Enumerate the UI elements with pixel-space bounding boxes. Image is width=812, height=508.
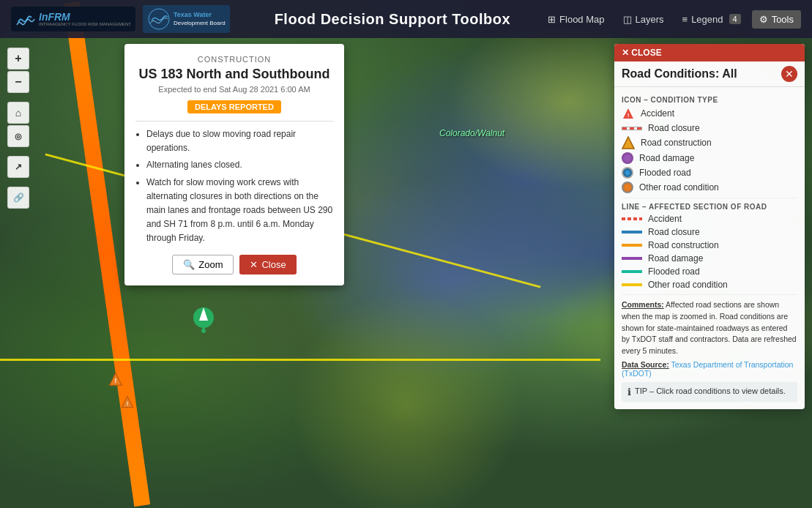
twdb-icon	[147, 7, 171, 31]
legend-icon-road-damage: Road damage	[622, 152, 797, 164]
flood-map-button[interactable]: ⊞ Flood Map	[540, 10, 611, 29]
flood-map-icon: ⊞	[548, 14, 556, 25]
line-flooded-road-icon	[622, 270, 642, 273]
close-icon: ✕	[250, 259, 258, 270]
road-construction-icon	[622, 136, 635, 149]
svg-text:!: !	[115, 377, 117, 384]
svg-text:!: !	[127, 400, 129, 407]
legend-comments: Comments: Affected road sections are sho…	[622, 299, 797, 357]
legend-panel: ✕ CLOSE Road Conditions: All ✕ ICON – CO…	[614, 44, 805, 409]
popup-type: CONSTRUCTION	[135, 55, 333, 64]
zoom-icon: 🔍	[183, 259, 195, 270]
layers-ctrl-button[interactable]: ↗	[7, 156, 29, 178]
svg-rect-10	[15, 9, 36, 29]
zoom-out-button[interactable]: −	[7, 71, 29, 93]
green-arrow-marker[interactable]	[192, 306, 215, 337]
popup-bullet-3: Watch for slow moving work crews with al…	[146, 176, 333, 246]
icon-section-title: ICON – CONDITION TYPE	[622, 96, 797, 104]
popup-divider	[135, 121, 333, 122]
twdb-logo: Texas Water Development Board	[143, 5, 230, 33]
link-button[interactable]: 🔗	[7, 187, 29, 209]
legend-title: Road Conditions: All	[622, 67, 737, 81]
infrm-logo: InFRM INTRAAGENCY FLOOD RISK MANAGEMENT	[39, 12, 131, 26]
legend-icon-road-closure: Road closure	[622, 123, 797, 133]
svg-text:!: !	[627, 112, 630, 119]
line-accident-icon	[622, 217, 642, 220]
line-other-road-icon	[622, 283, 642, 286]
road-yellow-horizontal	[0, 359, 600, 361]
line-road-construction-icon	[622, 244, 642, 247]
tip-icon: ℹ	[627, 386, 631, 397]
popup-actions: 🔍 Zoom ✕ Close	[135, 255, 333, 274]
tools-icon: ⚙	[759, 14, 768, 25]
delays-reported-badge: DELAYS REPORTED	[187, 100, 281, 113]
popup-info-list: Delays due to slow moving road repair op…	[135, 127, 333, 246]
legend-line-flooded-road: Flooded road	[622, 266, 797, 277]
road-closure-icon	[622, 127, 642, 130]
road-damage-icon	[622, 152, 633, 164]
legend-icon: ≡	[682, 14, 688, 25]
legend-line-accident: Accident	[622, 214, 797, 224]
legend-close-bar[interactable]: ✕ CLOSE	[614, 44, 805, 61]
construction-marker-3[interactable]: !	[121, 395, 134, 411]
legend-title-bar: Road Conditions: All ✕	[614, 61, 805, 87]
legend-line-road-damage: Road damage	[622, 253, 797, 264]
location-button[interactable]: ◎	[7, 125, 29, 147]
legend-icon-road-construction: Road construction	[622, 136, 797, 149]
close-popup-button[interactable]: ✕ Close	[239, 255, 296, 274]
top-navigation: InFRM INTRAAGENCY FLOOD RISK MANAGEMENT …	[0, 0, 812, 38]
legend-button[interactable]: ≡ Legend 4	[675, 10, 748, 29]
home-button[interactable]: ⌂	[7, 102, 29, 124]
line-road-damage-icon	[622, 257, 642, 260]
datasource-label: Data Source:	[622, 360, 669, 369]
popup-title: US 183 North and Southbound	[135, 67, 333, 82]
legend-icon-accident: ! Accident	[622, 107, 797, 120]
popup-bullet-1: Delays due to slow moving road repair op…	[146, 127, 333, 155]
legend-count-badge: 4	[729, 14, 741, 24]
accident-icon: !	[622, 107, 635, 120]
legend-body: ICON – CONDITION TYPE ! Accident Road cl…	[614, 87, 805, 409]
tools-button[interactable]: ⚙ Tools	[752, 10, 801, 29]
logo-area: InFRM INTRAAGENCY FLOOD RISK MANAGEMENT …	[11, 5, 230, 33]
nav-buttons: ⊞ Flood Map ◫ Layers ≡ Legend 4 ⚙ Tools	[540, 10, 801, 29]
svg-marker-14	[622, 137, 634, 149]
popup-subtitle: Expected to end Sat Aug 28 2021 6:00 AM	[135, 85, 333, 94]
legend-close-x-button[interactable]: ✕	[781, 66, 797, 82]
legend-datasource: Data Source: Texas Department of Transpo…	[622, 360, 797, 378]
infrm-wave-icon	[15, 9, 36, 29]
legend-icon-flooded-road: Flooded road	[622, 167, 797, 179]
svg-point-11	[149, 9, 169, 29]
other-road-icon	[622, 182, 633, 193]
zoom-button[interactable]: 🔍 Zoom	[172, 255, 234, 274]
construction-marker-2[interactable]: !	[108, 372, 123, 389]
comments-label: Comments:	[622, 300, 664, 309]
line-section-title: LINE – AFFECTED SECTION OF ROAD	[622, 203, 797, 211]
legend-line-other: Other road condition	[622, 280, 797, 290]
legend-icon-other-road: Other road condition	[622, 182, 797, 193]
legend-line-road-closure: Road closure	[622, 227, 797, 237]
flooded-road-icon	[622, 167, 633, 179]
legend-comments-divider	[622, 294, 797, 295]
zoom-in-button[interactable]: +	[7, 48, 29, 70]
layers-button[interactable]: ◫ Layers	[616, 10, 671, 29]
tip-text: TIP – Click road conditions to view deta…	[635, 386, 786, 395]
legend-tip: ℹ TIP – Click road conditions to view de…	[622, 382, 797, 402]
layers-icon: ◫	[623, 14, 632, 25]
construction-popup: CONSTRUCTION US 183 North and Southbound…	[124, 44, 344, 285]
colorado-walnut-label: Colorado/Walnut	[439, 128, 504, 138]
popup-badge-area: DELAYS REPORTED	[135, 100, 333, 113]
legend-line-road-construction: Road construction	[622, 240, 797, 250]
line-road-closure-icon	[622, 231, 642, 234]
map-controls: + − ⌂ ◎ ↗ 🔗	[7, 48, 29, 209]
app-title: Flood Decision Support Toolbox	[245, 11, 540, 28]
legend-icon-line-divider	[622, 198, 797, 198]
popup-bullet-2: Alternating lanes closed.	[146, 158, 333, 172]
